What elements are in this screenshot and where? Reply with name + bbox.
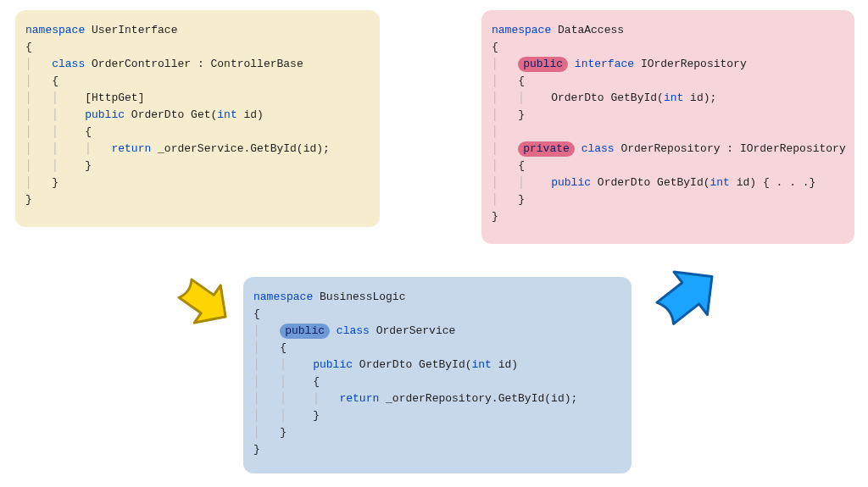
meth-name: Get: [191, 108, 210, 121]
ret-arg: id: [303, 142, 317, 155]
highlight-private: private: [518, 141, 575, 157]
ret-expr-pre: _orderRepository.GetById(: [379, 392, 551, 405]
kw-class: class: [52, 58, 85, 70]
kw-namespace: namespace: [492, 24, 551, 36]
sig-open: (: [657, 91, 664, 104]
param-type: int: [710, 176, 730, 189]
attr-name: HttpGet: [92, 91, 138, 104]
ret-expr-post: );: [316, 142, 330, 155]
iface-meth-name: GetById: [610, 91, 657, 104]
base-sep: :: [721, 142, 740, 155]
param-name: id: [730, 176, 749, 189]
kw-public: public: [85, 108, 125, 121]
ret-type: OrderDto: [598, 176, 650, 189]
code-block-businesslogic: namespace BusinessLogic { │ public class…: [253, 289, 621, 458]
sig-close: ): [749, 176, 756, 189]
meth-name: GetById: [419, 358, 465, 371]
class-name: OrderRepository: [620, 142, 720, 155]
ret-type: OrderDto: [359, 358, 412, 371]
attr-open: [: [85, 91, 92, 104]
param-type: int: [472, 358, 492, 371]
ret-arg: id: [551, 392, 565, 405]
param-type: int: [217, 108, 236, 121]
kw-class: class: [337, 324, 370, 337]
ret-type: OrderDto: [131, 108, 184, 121]
sig-close: ): [511, 358, 518, 371]
class-name: OrderService: [376, 324, 456, 337]
code-panel-businesslogic: namespace BusinessLogic { │ public class…: [243, 277, 632, 473]
highlight-public: public: [280, 324, 330, 339]
code-block-dataaccess: namespace DataAccess { │ public interfac…: [492, 22, 844, 225]
code-panel-dataaccess: namespace DataAccess { │ public interfac…: [481, 10, 854, 244]
sig-close: );: [704, 91, 717, 104]
base-name: IOrderRepository: [740, 142, 846, 155]
code-panel-userinterface: namespace UserInterface { │ class OrderC…: [15, 10, 380, 227]
ns-name: DataAccess: [558, 24, 624, 36]
arrow-blue-icon: [644, 254, 729, 339]
attr-close: ]: [138, 91, 145, 104]
ret-expr-pre: _orderService.GetById(: [151, 142, 303, 155]
highlight-public: public: [518, 57, 568, 72]
ret-expr-post: );: [565, 392, 578, 405]
sig-close: ): [257, 108, 264, 121]
sig-open: (: [704, 176, 710, 189]
kw-return: return: [111, 142, 151, 155]
param-name: id: [237, 108, 257, 121]
kw-namespace: namespace: [253, 291, 313, 303]
ns-name: BusinessLogic: [320, 291, 405, 303]
sig-open: (: [465, 358, 472, 371]
param-name: id: [683, 91, 703, 104]
meth-body: { . . .}: [756, 176, 815, 189]
kw-interface: interface: [575, 58, 634, 70]
param-type: int: [664, 91, 683, 104]
kw-namespace: namespace: [25, 24, 85, 36]
ns-name: UserInterface: [92, 24, 177, 36]
base-sep: :: [191, 58, 210, 70]
kw-public: public: [551, 176, 591, 189]
class-name: OrderController: [92, 58, 191, 70]
iface-ret-type: OrderDto: [551, 91, 604, 104]
arrow-yellow-icon: [164, 263, 241, 339]
meth-name: GetById: [657, 176, 704, 189]
iface-name: IOrderRepository: [641, 58, 747, 70]
kw-class: class: [581, 142, 615, 155]
kw-return: return: [339, 392, 379, 405]
param-name: id: [492, 358, 511, 371]
code-block-userinterface: namespace UserInterface { │ class OrderC…: [25, 22, 370, 208]
base-name: ControllerBase: [210, 58, 303, 70]
kw-public: public: [313, 358, 353, 371]
